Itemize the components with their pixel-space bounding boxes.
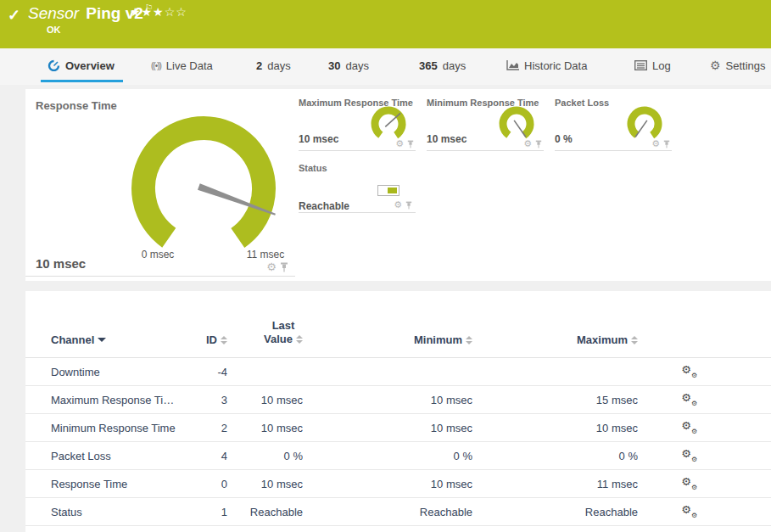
channel-minimum: 0 % bbox=[303, 450, 472, 462]
gauge-scale-max: 11 msec bbox=[240, 249, 291, 260]
status-toggle-knob bbox=[388, 188, 397, 193]
gauge-pin-icon[interactable] bbox=[407, 140, 414, 148]
tab-overview[interactable]: Overview bbox=[47, 48, 115, 82]
sort-icon bbox=[466, 336, 472, 344]
status-channel-panel: Status Reachable ⚙ bbox=[299, 161, 416, 213]
gauge-scale-min: 0 msec bbox=[132, 249, 183, 260]
tab-2-days-label: days bbox=[267, 59, 290, 72]
gauge-pin-icon[interactable] bbox=[663, 140, 670, 148]
tab-live-data[interactable]: ((•)) Live Data bbox=[151, 48, 213, 82]
maximum-response-time-gauge-panel: Maximum Response Time 10 msec ⚙ bbox=[299, 89, 416, 151]
sensor-type-label: Sensor bbox=[28, 4, 79, 22]
status-title: Status bbox=[299, 163, 327, 173]
status-value: Reachable bbox=[299, 200, 349, 212]
table-row-packet-loss: Packet Loss 4 0 % 0 % 0 % ⚙⚙ bbox=[25, 442, 771, 470]
gauge-icon bbox=[47, 59, 60, 71]
tab-live-data-label: Live Data bbox=[166, 59, 213, 72]
tab-365-days[interactable]: 365 days bbox=[419, 48, 466, 82]
channel-last-value: 10 msec bbox=[227, 394, 303, 406]
tab-2-days-number: 2 bbox=[256, 59, 262, 72]
response-time-gauge bbox=[25, 89, 295, 267]
gauge-settings-gear-icon[interactable]: ⚙ bbox=[395, 139, 404, 148]
tab-365-days-number: 365 bbox=[419, 59, 438, 72]
channel-name: Minimum Response Time bbox=[51, 422, 202, 434]
stars-filled[interactable]: ★★★ bbox=[130, 5, 165, 19]
table-row-minimum-response-time: Minimum Response Time 2 10 msec 10 msec … bbox=[25, 414, 771, 442]
column-header-last-value[interactable]: LastValue bbox=[264, 319, 303, 346]
status-toggle-indicator bbox=[377, 185, 399, 196]
gauge-pin-icon[interactable] bbox=[535, 140, 542, 148]
sort-descending-icon bbox=[98, 338, 106, 342]
column-header-channel[interactable]: Channel bbox=[51, 333, 106, 346]
table-row-maximum-response-time: Maximum Response Ti… 3 10 msec 10 msec 1… bbox=[25, 386, 771, 414]
channel-name: Maximum Response Ti… bbox=[51, 394, 202, 406]
tab-2-days[interactable]: 2 days bbox=[256, 48, 291, 82]
table-row-status: Status 1 Reachable Reachable Reachable ⚙… bbox=[25, 498, 771, 526]
live-data-icon: ((•)) bbox=[151, 61, 161, 70]
channel-id: 1 bbox=[202, 506, 227, 518]
channel-last-value: Reachable bbox=[227, 506, 303, 518]
tab-settings[interactable]: ⚙ Settings bbox=[710, 48, 766, 82]
gear-icon: ⚙ bbox=[710, 59, 721, 72]
tab-log[interactable]: Log bbox=[634, 48, 671, 82]
channel-last-value: 10 msec bbox=[227, 478, 303, 490]
column-header-minimum[interactable]: Minimum bbox=[414, 333, 472, 346]
stars-empty[interactable]: ☆☆ bbox=[165, 5, 187, 19]
table-row-response-time: Response Time 0 10 msec 10 msec 11 msec … bbox=[25, 470, 771, 498]
channel-id: -4 bbox=[202, 366, 227, 378]
packet-loss-title: Packet Loss bbox=[555, 98, 609, 108]
column-header-minimum-label: Minimum bbox=[414, 333, 462, 346]
column-header-id-label: ID bbox=[206, 333, 217, 346]
gauge-pin-icon[interactable] bbox=[280, 262, 288, 272]
gauge-settings-gear-icon[interactable]: ⚙ bbox=[651, 139, 660, 148]
tab-365-days-label: days bbox=[443, 59, 466, 72]
priority-stars[interactable]: ★★★☆☆ bbox=[130, 5, 187, 19]
channel-last-value: 0 % bbox=[227, 450, 303, 462]
tab-bar: Overview ((•)) Live Data 2 days 30 days … bbox=[0, 48, 771, 85]
minimum-response-time-gauge-panel: Minimum Response Time 10 msec ⚙ bbox=[427, 89, 544, 151]
channel-minimum: 10 msec bbox=[303, 478, 472, 490]
tab-log-label: Log bbox=[652, 59, 671, 72]
maximum-response-time-value: 10 msec bbox=[299, 133, 338, 145]
table-row-downtime: Downtime -4 ⚙⚙ bbox=[25, 358, 771, 386]
log-list-icon bbox=[634, 60, 647, 70]
channel-minimum: 10 msec bbox=[303, 394, 472, 406]
gauge-settings-gear-icon[interactable]: ⚙ bbox=[266, 261, 277, 272]
gauge-settings-gear-icon[interactable]: ⚙ bbox=[394, 200, 402, 210]
column-header-id[interactable]: ID bbox=[206, 333, 227, 346]
gauge-pin-icon[interactable] bbox=[405, 201, 412, 210]
channel-name: Response Time bbox=[51, 478, 202, 490]
channel-name: Packet Loss bbox=[51, 450, 202, 462]
channel-table: Channel ID LastValue Minimum Maximum Dow… bbox=[25, 291, 771, 532]
sort-icon bbox=[631, 336, 638, 344]
tab-30-days-number: 30 bbox=[328, 59, 340, 72]
minimum-response-time-value: 10 msec bbox=[427, 133, 467, 145]
tab-historic-data-label: Historic Data bbox=[524, 59, 587, 72]
gauge-settings-gear-icon[interactable]: ⚙ bbox=[523, 139, 532, 148]
gauges-panel: Response Time 0 msec 11 msec 10 msec ⚙ M… bbox=[25, 89, 771, 281]
sort-icon bbox=[296, 335, 303, 344]
tab-historic-data[interactable]: Historic Data bbox=[506, 48, 587, 82]
historic-chart-icon bbox=[506, 60, 519, 70]
status-ok-check-icon: ✓ bbox=[8, 6, 20, 25]
channel-maximum: 10 msec bbox=[472, 422, 638, 434]
packet-loss-gauge-panel: Packet Loss 0 % ⚙ bbox=[555, 89, 672, 151]
channel-id: 2 bbox=[202, 422, 227, 434]
channel-maximum: 11 msec bbox=[472, 478, 638, 490]
column-header-channel-label: Channel bbox=[51, 333, 94, 346]
channel-table-header: Channel ID LastValue Minimum Maximum bbox=[25, 291, 771, 358]
response-time-gauge-title: Response Time bbox=[36, 99, 117, 112]
channel-last-value: 10 msec bbox=[227, 422, 303, 434]
packet-loss-value: 0 % bbox=[555, 133, 573, 145]
channel-minimum: Reachable bbox=[303, 506, 472, 518]
column-header-value-label: Value bbox=[264, 333, 293, 346]
column-header-last-label: Last bbox=[272, 319, 295, 332]
channel-minimum: 10 msec bbox=[303, 422, 472, 434]
column-header-maximum[interactable]: Maximum bbox=[577, 333, 638, 346]
channel-maximum: Reachable bbox=[472, 506, 638, 518]
tab-30-days[interactable]: 30 days bbox=[328, 48, 369, 82]
sort-icon bbox=[221, 336, 227, 344]
channel-name: Downtime bbox=[51, 366, 202, 378]
tab-overview-label: Overview bbox=[65, 59, 115, 72]
channel-name: Status bbox=[51, 506, 202, 518]
